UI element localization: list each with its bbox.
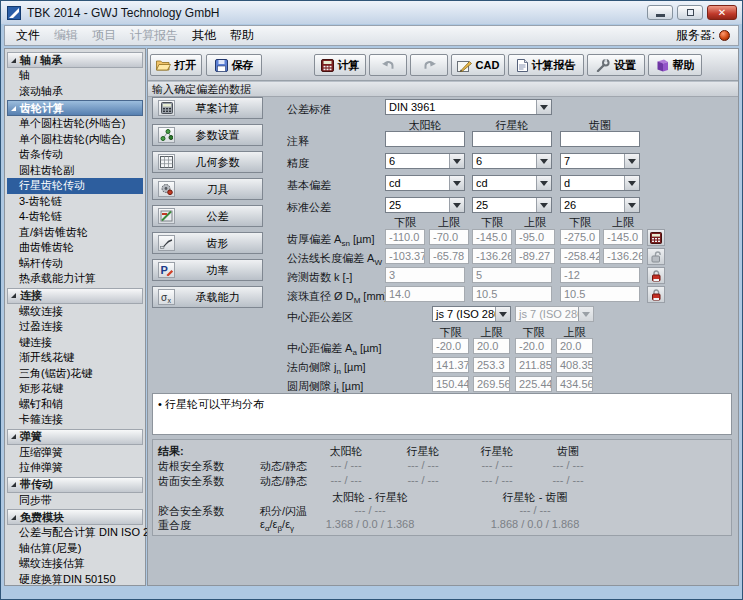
basic-deviation-select-ring[interactable]: d <box>560 175 640 191</box>
centre-tolerance-value: js 7 (ISO 286) <box>519 308 587 320</box>
sidebar-item-hardness-conversion[interactable]: 硬度换算DIN 50150 <box>7 572 143 588</box>
standard-tolerance-select-planet[interactable]: 25 <box>472 197 552 213</box>
sidebar-item-shaft-estimation[interactable]: 轴估算(尼曼) <box>7 541 143 557</box>
ball-diameter-lock-button[interactable] <box>647 286 665 303</box>
span-teeth-count-label: 跨测齿数 k [-] <box>287 270 352 286</box>
menu-file[interactable]: 文件 <box>9 27 47 44</box>
section-free-modules[interactable]: 免费模块 <box>7 509 143 525</box>
sidebar-item-serration-spline[interactable]: 三角(锯齿)花键 <box>7 366 143 382</box>
sidebar-item-3-gear-train[interactable]: 3-齿轮链 <box>7 194 143 210</box>
quality-select-ring[interactable]: 7 <box>560 153 640 169</box>
sidebar-item-key-joint[interactable]: 键连接 <box>7 335 143 351</box>
sidebar-item-rectangular-spline[interactable]: 矩形花键 <box>7 381 143 397</box>
gear-cutter-icon <box>158 181 175 197</box>
lower-limit-header: 下限 <box>385 215 425 230</box>
comment-input-sun[interactable] <box>385 131 465 147</box>
sidebar-item-4-gear-train[interactable]: 4-齿轮链 <box>7 209 143 225</box>
nav-label: 参数设置 <box>181 128 262 143</box>
nav-label: 刀具 <box>181 182 262 197</box>
menu-report: 计算报告 <box>123 27 185 44</box>
quality-value: 6 <box>389 155 395 167</box>
sidebar-item-screws-pins[interactable]: 螺钉和销 <box>7 397 143 413</box>
nav-geometry-parameters-button[interactable]: 几何参数 <box>152 151 263 173</box>
save-button[interactable]: 保存 <box>206 54 262 76</box>
nav-power-button[interactable]: P 功率 <box>152 259 263 281</box>
nav-tool-button[interactable]: 刀具 <box>152 178 263 200</box>
section-gear-calculation[interactable]: 齿轮计算 <box>7 100 143 116</box>
section-title: 免费模块 <box>20 510 64 525</box>
sidebar-item-shaft[interactable]: 轴 <box>7 68 143 84</box>
sidebar-item-thermal-capacity[interactable]: 热承载能力计算 <box>7 271 143 287</box>
contact-ratio-label: 重合度 <box>158 518 191 533</box>
nav-draft-calculation-button[interactable]: 草案计算 <box>152 97 263 119</box>
cad-button[interactable]: CAD <box>451 54 505 76</box>
sidebar-item-rolling-bearing[interactable]: 滚动轴承 <box>7 84 143 100</box>
scuffing-value: --- / --- <box>310 504 430 516</box>
quality-select-sun[interactable]: 6 <box>385 153 465 169</box>
comment-input-ring[interactable] <box>560 131 640 147</box>
sidebar-item-rack-drive[interactable]: 齿条传动 <box>7 147 143 163</box>
sidebar-item-bolted-joint[interactable]: 螺纹连接 <box>7 304 143 320</box>
centre-tolerance-select-sun-planet[interactable]: js 7 (ISO 286) <box>432 306 511 322</box>
nav-label: 草案计算 <box>181 101 262 116</box>
tooth-thickness-calculator-button[interactable] <box>647 229 665 246</box>
nav-label: 几何参数 <box>181 155 262 170</box>
quality-select-planet[interactable]: 6 <box>472 153 552 169</box>
menu-help[interactable]: 帮助 <box>223 27 261 44</box>
tooth-thickness-upper-ring: -145.0 <box>603 229 643 245</box>
scuffing-safety-label: 胶合安全系数 <box>158 504 224 519</box>
calculator-icon <box>321 59 334 72</box>
root-safety-value: --- / --- <box>311 459 381 471</box>
section-connections[interactable]: 连接 <box>7 288 143 304</box>
sidebar-item-bevel-gear[interactable]: 直/斜齿锥齿轮 <box>7 225 143 241</box>
nav-label: 齿形 <box>181 236 262 251</box>
sidebar-item-tolerance-fit[interactable]: 公差与配合计算 DIN ISO 286 <box>7 525 143 541</box>
results-panel: 结果: 太阳轮 行星轮 行星轮 齿圈 齿根安全系数 动态/静态 --- / --… <box>152 439 732 536</box>
basic-deviation-select-sun[interactable]: cd <box>385 175 465 191</box>
base-tangent-unlock-button[interactable] <box>647 248 665 265</box>
section-shaft-bearing[interactable]: 轴 / 轴承 <box>7 52 143 68</box>
sidebar-item-planetary-gear[interactable]: 行星齿轮传动 <box>7 178 143 194</box>
standard-tolerance-select-ring[interactable]: 26 <box>560 197 640 213</box>
report-button[interactable]: 计算报告 <box>508 54 584 76</box>
sidebar-item-spiral-bevel-gear[interactable]: 曲齿锥齿轮 <box>7 240 143 256</box>
sidebar-item-single-gear-internal[interactable]: 单个圆柱齿轮(内啮合) <box>7 132 143 148</box>
close-button[interactable]: ✕ <box>707 5 737 20</box>
sidebar-item-compression-spring[interactable]: 压缩弹簧 <box>7 445 143 461</box>
sidebar-item-timing-belt[interactable]: 同步带 <box>7 493 143 509</box>
span-teeth-lock-button[interactable] <box>647 267 665 284</box>
nav-label: 功率 <box>181 263 262 278</box>
minimize-button[interactable] <box>647 5 673 20</box>
comment-input-planet[interactable] <box>472 131 552 147</box>
nav-load-capacity-button[interactable]: σx 承载能力 <box>152 286 263 308</box>
sidebar-item-single-gear-external[interactable]: 单个圆柱齿轮(外啮合) <box>7 116 143 132</box>
sidebar-item-involute-spline[interactable]: 渐开线花键 <box>7 350 143 366</box>
ball-diameter-sun: 14.0 <box>385 286 465 302</box>
tolerance-standard-select[interactable]: DIN 3961 <box>385 99 552 115</box>
help-button[interactable]: 帮助 <box>648 54 702 76</box>
chevron-down-icon <box>536 154 551 168</box>
flank-safety-value: --- / --- <box>462 474 532 486</box>
nav-tolerance-button[interactable]: 公差 <box>152 205 263 227</box>
menu-other[interactable]: 其他 <box>185 27 223 44</box>
section-springs[interactable]: 弹簧 <box>7 429 143 445</box>
standard-tolerance-select-sun[interactable]: 25 <box>385 197 465 213</box>
sidebar-item-extension-spring[interactable]: 拉伸弹簧 <box>7 460 143 476</box>
section-belt-drive[interactable]: 带传动 <box>7 477 143 493</box>
sidebar-item-interference-fit[interactable]: 过盈连接 <box>7 319 143 335</box>
nav-parameter-settings-button[interactable]: 参数设置 <box>152 124 263 146</box>
restore-button[interactable] <box>677 5 703 20</box>
expand-triangle-icon <box>11 434 16 439</box>
sidebar-item-clamp-joint[interactable]: 卡箍连接 <box>7 412 143 428</box>
sidebar-item-cylindrical-gear-pair[interactable]: 圆柱齿轮副 <box>7 163 143 179</box>
nav-tooth-profile-button[interactable]: 齿形 <box>152 232 263 254</box>
open-button[interactable]: 打开 <box>150 54 202 76</box>
quality-value: 7 <box>564 155 570 167</box>
standard-tolerance-value: 26 <box>564 199 576 211</box>
basic-deviation-select-planet[interactable]: cd <box>472 175 552 191</box>
settings-button[interactable]: 设置 <box>587 54 645 76</box>
sidebar-item-bolt-estimation[interactable]: 螺纹连接估算 <box>7 556 143 572</box>
sidebar-item-worm-drive[interactable]: 蜗杆传动 <box>7 256 143 272</box>
root-safety-value: --- / --- <box>533 459 603 471</box>
calculate-button[interactable]: 计算 <box>314 54 366 76</box>
